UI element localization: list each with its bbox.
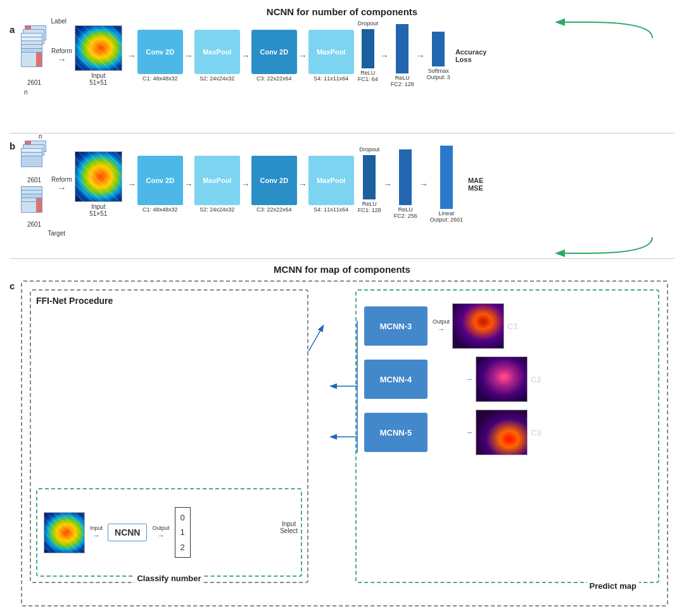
c3-label: C3 xyxy=(531,428,542,437)
divider-bc xyxy=(10,258,674,259)
classify-title: Classify number xyxy=(134,574,203,583)
fc1-block-a: Dropout ReLU FC1: 64 xyxy=(358,29,378,82)
arrow-4-a: → xyxy=(298,51,307,61)
arrow-1-a: → xyxy=(127,51,136,61)
ncnn-box-c: NCNN xyxy=(108,524,147,541)
output-flow: Output → xyxy=(152,525,169,540)
accuracy-a: Accuracy Loss xyxy=(455,48,487,63)
conv2d-2-sublabel: C3: 22x22x64 xyxy=(256,75,292,82)
arrow-1-b: → xyxy=(127,179,136,189)
arrow-4-b: → xyxy=(298,179,307,189)
conv2d-1-b: Conv 2D C1: 48x48x32 xyxy=(137,156,183,213)
section-c: MCNN for map of components c FFI-Net Pro… xyxy=(10,263,674,610)
reform-a: Reform → xyxy=(51,47,72,65)
dropout-label-b: Dropout xyxy=(359,146,379,153)
maxpool-1-b: MaxPool S2: 24x24x32 xyxy=(194,156,240,213)
count-bottom-b: 2601 xyxy=(27,221,41,228)
main-container: NCNN for number of components a Label xyxy=(0,0,684,616)
maxpool-2b-sublabel: S4: 11x11x64 xyxy=(314,206,348,213)
conv2d-2b-sublabel: C3: 22x22x64 xyxy=(256,206,292,213)
linear-block-b: Linear Output: 2601 xyxy=(430,146,463,223)
c1-heatmap xyxy=(452,303,504,349)
arrow-5-a: → xyxy=(380,51,389,61)
fc1-block-b: Dropout ReLU FC1: 128 xyxy=(358,155,381,213)
maxpool-1-sublabel: S2: 24x24x32 xyxy=(200,75,234,82)
n-label-a: n xyxy=(24,89,28,96)
target-label-b: Target xyxy=(48,230,65,237)
fc1b-label: ReLU FC1: 128 xyxy=(358,201,381,213)
maxpool-1b-sublabel: S2: 24x24x32 xyxy=(200,206,234,213)
section-b: b n 2601 xyxy=(10,133,674,256)
arrow-6-a: → xyxy=(416,51,425,61)
num-2: 2 xyxy=(180,540,185,555)
num-0: 0 xyxy=(180,510,185,525)
softmax-block-a: Softmax Output: 3 xyxy=(427,32,450,80)
linear-label-b: Linear Output: 2601 xyxy=(430,210,463,223)
c2-label: C2 xyxy=(531,375,542,384)
conv2d-1b-label: Conv 2D xyxy=(146,177,174,184)
fc1-label-a: ReLU FC1: 64 xyxy=(358,70,378,82)
heatmap-label-b: Input 51×51 xyxy=(89,203,107,217)
softmax-label-a: Softmax Output: 3 xyxy=(427,68,450,80)
conv2d-1-sublabel: C1: 48x48x32 xyxy=(142,75,178,82)
maxpool-1b-label: MaxPool xyxy=(203,177,231,184)
conv2d-2-label: Conv 2D xyxy=(260,48,288,56)
green-arrow-b xyxy=(538,234,665,256)
input-select-label: Input Select xyxy=(280,520,298,534)
c1-label: C1 xyxy=(507,322,518,331)
c2-heatmap xyxy=(476,356,528,402)
heatmap-b: Input 51×51 xyxy=(75,151,122,217)
input-flow: Input → xyxy=(90,525,103,540)
output-label-mcnn3: Output xyxy=(433,318,450,325)
right-panel-c: MCNN-3 Output → C1 MCNN-4 xyxy=(355,289,659,583)
part-label-b: b xyxy=(10,141,15,151)
arrow-2-b: → xyxy=(184,179,193,189)
input-data-a: Label 2601 n xyxy=(21,25,48,86)
conv2d-1-a: Conv 2D C1: 48x48x32 xyxy=(137,30,183,82)
mcnn-3-label: MCNN-3 xyxy=(380,322,412,331)
c3-heatmap xyxy=(476,410,528,455)
fc2-label-a: ReLU FC2: 128 xyxy=(391,75,414,87)
mcnn-4-block: MCNN-4 xyxy=(364,360,428,399)
maxpool-2-label: MaxPool xyxy=(317,48,345,56)
mcnn3-output: Output → xyxy=(433,318,450,334)
fc2-block-a: ReLU FC2: 128 xyxy=(391,24,414,87)
input-label-c: Input xyxy=(90,525,103,531)
fc2-block-b: ReLU FC2: 256 xyxy=(394,149,417,219)
n-label-b: n xyxy=(39,133,42,140)
maxpool-2-b: MaxPool S4: 11x11x64 xyxy=(308,156,354,213)
section-c-title: MCNN for map of components xyxy=(10,264,674,275)
section-a: NCNN for number of components a Label xyxy=(10,6,674,130)
mcnn-5-label: MCNN-5 xyxy=(380,428,412,437)
conv2d-2b-label: Conv 2D xyxy=(260,177,288,184)
count-top-b: 2601 xyxy=(27,177,41,184)
output-num-box: 0 1 2 xyxy=(175,507,191,558)
arrow-2-a: → xyxy=(184,51,193,61)
mae-mse-label: MAE MSE xyxy=(468,177,483,192)
mcnn5-arrow: → xyxy=(466,428,473,437)
mcnn-4-label: MCNN-4 xyxy=(380,375,412,384)
mcnn-3-block: MCNN-3 xyxy=(364,306,428,346)
num-1: 1 xyxy=(180,525,185,539)
network-row-b: n 2601 2601 xyxy=(21,141,668,228)
mcnn-5-row: MCNN-5 → C3 xyxy=(364,410,650,455)
section-a-title: NCNN for number of components xyxy=(10,6,674,17)
outer-dashed-box: FFI-Net Procedure Input → NCNN xyxy=(21,280,668,607)
heatmap-label-a: Input 51×51 xyxy=(89,72,107,86)
mae-mse-b: MAE MSE xyxy=(468,177,483,192)
ffi-title: FFI-Net Procedure xyxy=(36,296,302,306)
conv2d-1-label: Conv 2D xyxy=(146,48,174,56)
mcnn-5-block: MCNN-5 xyxy=(364,413,428,452)
arrow-5-b: → xyxy=(383,179,392,189)
classify-box: Input → NCNN Output → 0 1 2 xyxy=(36,488,302,577)
maxpool-2b-label: MaxPool xyxy=(317,177,345,184)
input-data-b: n 2601 2601 xyxy=(21,141,48,228)
conv2d-2-b: Conv 2D C3: 22x22x64 xyxy=(251,156,297,213)
maxpool-1-a: MaxPool S2: 24x24x32 xyxy=(194,30,240,82)
reform-b: Reform → xyxy=(51,176,72,193)
heatmap-a: Input 51×51 xyxy=(75,25,122,86)
svg-line-0 xyxy=(308,326,323,351)
predict-map-title: Predict map xyxy=(587,581,639,591)
conv2d-2-a: Conv 2D C3: 22x22x64 xyxy=(251,30,297,82)
maxpool-2-a: MaxPool S4: 11x11x64 xyxy=(308,30,354,82)
